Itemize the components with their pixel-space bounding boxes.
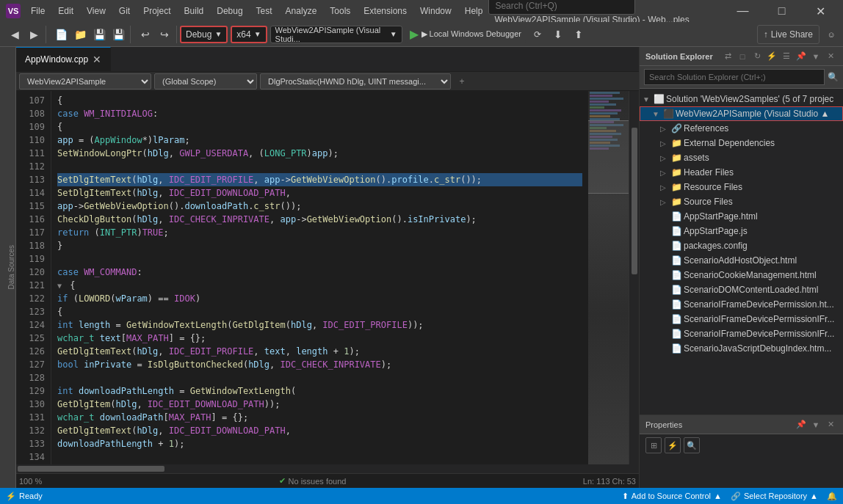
step-in-button[interactable]: ⬇ [549, 26, 567, 43]
properties-pin-button[interactable]: 📌 [795, 418, 808, 431]
scroll-indicator[interactable] [629, 91, 639, 464]
select-repository-button[interactable]: 🔗 Select Repository ▲ [731, 492, 818, 501]
properties-grid-button[interactable]: ⊞ [645, 437, 662, 453]
properties-search-button[interactable]: 🔍 [684, 437, 700, 453]
minimize-button[interactable]: — [726, 0, 759, 22]
zoom-level[interactable]: 100 % [19, 477, 42, 486]
open-button[interactable]: 📁 [71, 26, 89, 43]
menu-build[interactable]: Build [178, 4, 210, 18]
tree-item-scenario-addhost[interactable]: 📄 ScenarioAddHostObject.html [640, 253, 843, 268]
step-out-button[interactable]: ⬆ [570, 26, 587, 43]
tree-item-appstartpage-html[interactable]: 📄 AppStartPage.html [640, 209, 843, 224]
undo-button[interactable]: ↩ [137, 26, 154, 43]
code-line-131: wchar_t downloadPath[MAX_PATH] = {}; [57, 411, 582, 424]
properties-toolbar: ⊞ ⚡ 🔍 [640, 434, 843, 456]
close-button[interactable]: ✕ [804, 0, 837, 22]
menu-extensions[interactable]: Extensions [358, 4, 413, 18]
tree-item-ext-deps[interactable]: ▷ 📁 External Dependencies [640, 136, 843, 150]
tree-item-references[interactable]: ▷ 🔗 References [640, 121, 843, 136]
back-button[interactable]: ◀ [6, 26, 23, 43]
tree-item-appstartpage-js[interactable]: 📄 AppStartPage.js [640, 224, 843, 238]
debug-config-dropdown[interactable]: Debug ▼ [180, 26, 228, 43]
menu-help[interactable]: Help [459, 4, 489, 18]
code-line-115: app->GetWebViewOption().downloadPath.c_s… [57, 200, 582, 213]
tree-item-solution[interactable]: ▼ ⬜ Solution 'WebView2Samples' (5 of 7 p… [640, 92, 843, 106]
se-settings-button[interactable]: ☰ [780, 50, 793, 63]
code-line-130: GetDlgItem(hDlg, IDC_EDIT_DOWNLOAD_PATH)… [57, 398, 582, 411]
maximize-button[interactable]: □ [765, 0, 798, 22]
folder-icon: 📁 [671, 197, 681, 207]
code-line-133: downloadPathLength + 1); [57, 437, 582, 450]
menu-debug[interactable]: Debug [211, 4, 248, 18]
tab-appwindow-cpp[interactable]: AppWindow.cpp ✕ [16, 47, 111, 72]
code-line-124: int length = GetWindowTextLength(GetDlgI… [57, 318, 582, 332]
folder-icon: 📁 [671, 182, 681, 192]
menu-project[interactable]: Project [137, 4, 176, 18]
platform-dropdown[interactable]: x64 ▼ [231, 26, 267, 43]
project-config-dropdown[interactable]: WebView2APISample (Visual Studi... ▼ [270, 26, 402, 43]
se-collapse-button[interactable]: □ [736, 50, 749, 63]
code-content[interactable]: { case WM_INITDIALOG: { app = (AppWindow… [51, 91, 588, 464]
se-filter-button[interactable]: ⚡ [765, 50, 778, 63]
file-icon: 📄 [671, 226, 681, 236]
save-all-button[interactable]: 💾 [109, 26, 127, 43]
code-line-113: SetDlgItemText(hDlg, IDC_EDIT_PROFILE, a… [57, 173, 582, 186]
tree-item-packages-config[interactable]: 📄 packages.config [640, 238, 843, 253]
horizontal-scrollbar[interactable] [16, 464, 639, 473]
se-pin-button[interactable]: 📌 [795, 50, 808, 63]
se-refresh-button[interactable]: ↻ [750, 50, 764, 63]
tree-item-resource-files[interactable]: ▷ 📁 Resource Files [640, 180, 843, 194]
tree-item-scenario-cookie[interactable]: 📄 ScenarioCookieManagement.html [640, 268, 843, 282]
se-search-input[interactable] [644, 69, 825, 85]
add-to-source-control-button[interactable]: ⬆ Add to Source Control ▲ [622, 492, 722, 501]
tree-item-header-files[interactable]: ▷ 📁 Header Files [640, 165, 843, 180]
scope-dropdown-2[interactable]: (Global Scope) [154, 73, 257, 90]
tree-item-scenario-dom[interactable]: 📄 ScenarioDOMContentLoaded.html [640, 282, 843, 297]
menu-test[interactable]: Test [250, 4, 278, 18]
code-line-109: { [57, 120, 582, 134]
menu-git[interactable]: Git [113, 4, 136, 18]
data-sources-tab[interactable]: Data Sources [7, 245, 15, 290]
code-line-123: { [57, 305, 582, 318]
properties-sort-button[interactable]: ⚡ [665, 437, 681, 453]
code-line-117: return (INT_PTR)TRUE; [57, 226, 582, 239]
properties-close-button[interactable]: ✕ [824, 418, 837, 431]
redo-button[interactable]: ↪ [156, 26, 173, 43]
tree-item-scenario-iframe2[interactable]: 📄 ScenarioIFrameDevicePermissionIFr... [640, 312, 843, 326]
tree-item-source-files[interactable]: ▷ 📁 Source Files [640, 194, 843, 209]
main-area: Data Sources Toolbox AppWindow.cpp ✕ Web… [0, 47, 843, 488]
solution-explorer: Solution Explorer ⇄ □ ↻ ⚡ ☰ 📌 ▼ ✕ 🔍 ▼ ⬜ [639, 47, 843, 488]
se-close-button[interactable]: ✕ [824, 50, 837, 63]
tree-item-assets[interactable]: ▷ 📁 assets [640, 150, 843, 165]
tree-item-project[interactable]: ▼ ⬛ WebView2APISample (Visual Studio ▲ [640, 106, 843, 121]
properties-menu-button[interactable]: ▼ [809, 418, 822, 431]
add-tab-button[interactable]: + [454, 73, 470, 90]
toolbox-tab[interactable]: Toolbox [0, 262, 1, 287]
scope-dropdown-1[interactable]: WebView2APISample [19, 73, 151, 90]
tree-item-scenario-js[interactable]: 📄 ScenarioJavaScriptDebugIndex.htm... [640, 341, 843, 356]
title-search-input[interactable] [488, 0, 635, 15]
scroll-thumb[interactable] [632, 128, 637, 274]
step-over-button[interactable]: ⟳ [529, 26, 546, 43]
se-menu-button[interactable]: ▼ [809, 50, 822, 63]
menu-analyze[interactable]: Analyze [280, 4, 323, 18]
menu-window[interactable]: Window [414, 4, 457, 18]
start-debugger-button[interactable]: ▶ ▶ Local Windows Debugger [405, 26, 526, 43]
menu-file[interactable]: File [25, 4, 51, 18]
feedback-button[interactable]: ☺ [822, 26, 840, 43]
forward-button[interactable]: ▶ [25, 26, 43, 43]
se-sync-button[interactable]: ⇄ [721, 50, 734, 63]
new-file-button[interactable]: 📄 [52, 26, 70, 43]
tree-item-scenario-iframe3[interactable]: 📄 ScenarioIFrameDevicePermissionIFr... [640, 326, 843, 341]
menu-edit[interactable]: Edit [52, 4, 79, 18]
tab-close-icon[interactable]: ✕ [93, 54, 101, 65]
scroll-thumb-horizontal[interactable] [18, 466, 164, 472]
chevron-up-icon: ▲ [714, 492, 722, 500]
save-button[interactable]: 💾 [90, 26, 108, 43]
menu-view[interactable]: View [81, 4, 112, 18]
notifications-button[interactable]: 🔔 [827, 492, 837, 501]
tree-item-scenario-iframe1[interactable]: 📄 ScenarioIFrameDevicePermission.ht... [640, 297, 843, 312]
scope-dropdown-3[interactable]: DlgProcStatic(HWND hDlg, UINT messagi... [260, 73, 451, 90]
menu-tools[interactable]: Tools [324, 4, 356, 18]
live-share-button[interactable]: ↑ Live Share [757, 25, 820, 44]
